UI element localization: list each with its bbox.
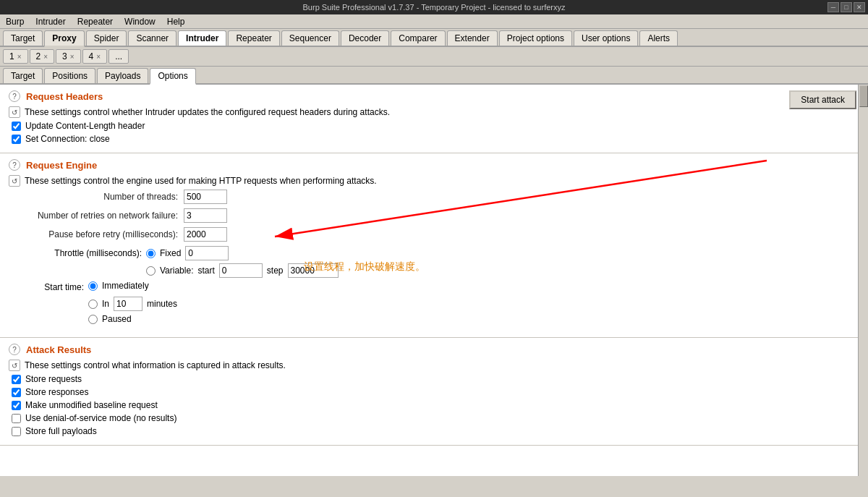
tab-comparer[interactable]: Comparer <box>391 30 445 46</box>
num-tab-more[interactable]: ... <box>109 49 129 64</box>
pause-retry-input[interactable] <box>184 227 227 242</box>
close-tab-4-icon[interactable]: × <box>96 53 101 61</box>
close-tab-3-icon[interactable]: × <box>70 53 75 61</box>
tab-proxy[interactable]: Proxy <box>44 30 84 47</box>
sub-tab-bar: Target Positions Payloads Options <box>0 67 868 85</box>
menu-bar: Burp Intruder Repeater Window Help <box>0 14 868 29</box>
attack-results-section: ? Attack Results ↺ These settings contro… <box>0 338 868 446</box>
store-payloads-row: Store full payloads <box>9 426 859 436</box>
store-payloads-checkbox[interactable] <box>12 427 21 436</box>
sub-tab-target[interactable]: Target <box>3 68 43 83</box>
set-connection-close-checkbox[interactable] <box>12 135 21 144</box>
throttle-label: Throttle (milliseconds): <box>12 248 142 258</box>
start-time-options: Immediately In minutes Paused <box>88 281 177 327</box>
request-headers-refresh-icon[interactable]: ↺ <box>9 106 20 118</box>
start-time-row: Start time: Immediately In minutes P <box>9 281 859 327</box>
throttle-variable-radio[interactable] <box>146 266 156 276</box>
threads-label: Number of threads: <box>12 192 178 202</box>
store-responses-checkbox[interactable] <box>12 388 21 397</box>
tab-project-options[interactable]: Project options <box>499 30 572 46</box>
num-tab-2[interactable]: 2 × <box>30 49 55 64</box>
scrollbar-track[interactable] <box>858 85 868 476</box>
set-connection-close-row: Set Connection: close <box>9 134 859 144</box>
in-minutes-row: In minutes <box>88 297 177 311</box>
start-label: start <box>197 266 214 276</box>
retries-input[interactable] <box>184 208 227 223</box>
immediately-label: Immediately <box>102 281 149 291</box>
request-headers-help-icon[interactable]: ? <box>9 90 20 102</box>
minimize-button[interactable]: ─ <box>827 2 839 12</box>
main-content: Start attack ? Request Headers ↺ These s… <box>0 85 868 476</box>
make-baseline-row: Make unmodified baseline request <box>9 400 859 410</box>
menu-repeater[interactable]: Repeater <box>75 15 116 28</box>
menu-help[interactable]: Help <box>164 15 188 28</box>
step-label: step <box>267 266 284 276</box>
minutes-label: minutes <box>147 299 177 309</box>
main-tab-bar: Target Proxy Spider Scanner Intruder Rep… <box>0 29 868 47</box>
immediately-radio[interactable] <box>88 281 98 291</box>
store-requests-checkbox[interactable] <box>12 375 21 384</box>
maximize-button[interactable]: □ <box>841 2 852 12</box>
scrollbar-thumb[interactable] <box>859 85 868 107</box>
request-headers-title: Request Headers <box>26 91 103 102</box>
request-engine-refresh-icon[interactable]: ↺ <box>9 175 20 187</box>
tab-scanner[interactable]: Scanner <box>128 30 176 46</box>
sub-tab-payloads[interactable]: Payloads <box>97 68 148 83</box>
retries-row: Number of retries on network failure: <box>9 208 859 223</box>
retries-label: Number of retries on network failure: <box>12 211 178 221</box>
dos-mode-row: Use denial-of-service mode (no results) <box>9 413 859 423</box>
num-tab-1[interactable]: 1 × <box>3 49 28 64</box>
make-baseline-label: Make unmodified baseline request <box>25 400 158 410</box>
tab-alerts[interactable]: Alerts <box>639 30 678 46</box>
start-attack-button[interactable]: Start attack <box>789 90 856 109</box>
attack-results-help-icon[interactable]: ? <box>9 344 20 355</box>
tab-repeater[interactable]: Repeater <box>228 30 279 46</box>
store-requests-row: Store requests <box>9 374 859 384</box>
menu-window[interactable]: Window <box>122 15 158 28</box>
dos-mode-checkbox[interactable] <box>12 414 21 423</box>
paused-radio[interactable] <box>88 315 98 324</box>
throttle-fixed-input[interactable] <box>185 246 229 260</box>
title-bar: Burp Suite Professional v1.7.37 - Tempor… <box>0 0 868 14</box>
sub-tab-options[interactable]: Options <box>150 68 195 85</box>
attack-results-title: Attack Results <box>26 344 91 355</box>
threads-row: Number of threads: <box>9 190 859 204</box>
start-time-label: Start time: <box>12 281 84 292</box>
number-tab-bar: 1 × 2 × 3 × 4 × ... <box>0 47 868 67</box>
attack-results-refresh-icon[interactable]: ↺ <box>9 360 20 371</box>
request-engine-description: These settings control the engine used f… <box>25 176 377 186</box>
close-tab-1-icon[interactable]: × <box>17 53 22 61</box>
tab-user-options[interactable]: User options <box>574 30 638 46</box>
throttle-step-input[interactable] <box>288 263 339 278</box>
threads-input[interactable] <box>184 190 227 204</box>
tab-spider[interactable]: Spider <box>86 30 127 46</box>
pause-retry-row: Pause before retry (milliseconds): <box>9 227 859 242</box>
close-button[interactable]: ✕ <box>854 2 865 12</box>
update-content-length-checkbox[interactable] <box>12 122 21 131</box>
throttle-start-input[interactable] <box>219 263 263 278</box>
make-baseline-checkbox[interactable] <box>12 401 21 410</box>
close-tab-2-icon[interactable]: × <box>43 53 48 61</box>
tab-intruder[interactable]: Intruder <box>178 30 226 46</box>
menu-intruder[interactable]: Intruder <box>33 15 68 28</box>
sub-tab-positions[interactable]: Positions <box>44 68 95 83</box>
request-engine-title: Request Engine <box>26 160 97 171</box>
request-engine-section: ? Request Engine ↺ These settings contro… <box>0 153 868 338</box>
store-requests-label: Store requests <box>25 374 82 384</box>
tab-sequencer[interactable]: Sequencer <box>281 30 339 46</box>
tab-target[interactable]: Target <box>3 30 43 46</box>
menu-burp[interactable]: Burp <box>3 15 27 28</box>
num-tab-3[interactable]: 3 × <box>56 49 81 64</box>
in-minutes-radio[interactable] <box>88 300 98 309</box>
store-responses-row: Store responses <box>9 387 859 397</box>
tab-decoder[interactable]: Decoder <box>341 30 389 46</box>
throttle-fixed-radio[interactable] <box>146 249 156 258</box>
tab-extender[interactable]: Extender <box>447 30 498 46</box>
in-label: In <box>102 299 109 309</box>
num-tab-4[interactable]: 4 × <box>82 49 108 64</box>
immediately-row: Immediately <box>88 281 177 291</box>
store-responses-label: Store responses <box>25 387 88 397</box>
minutes-input[interactable] <box>114 297 142 311</box>
window-title: Burp Suite Professional v1.7.37 - Tempor… <box>303 3 566 12</box>
request-engine-help-icon[interactable]: ? <box>9 159 20 171</box>
